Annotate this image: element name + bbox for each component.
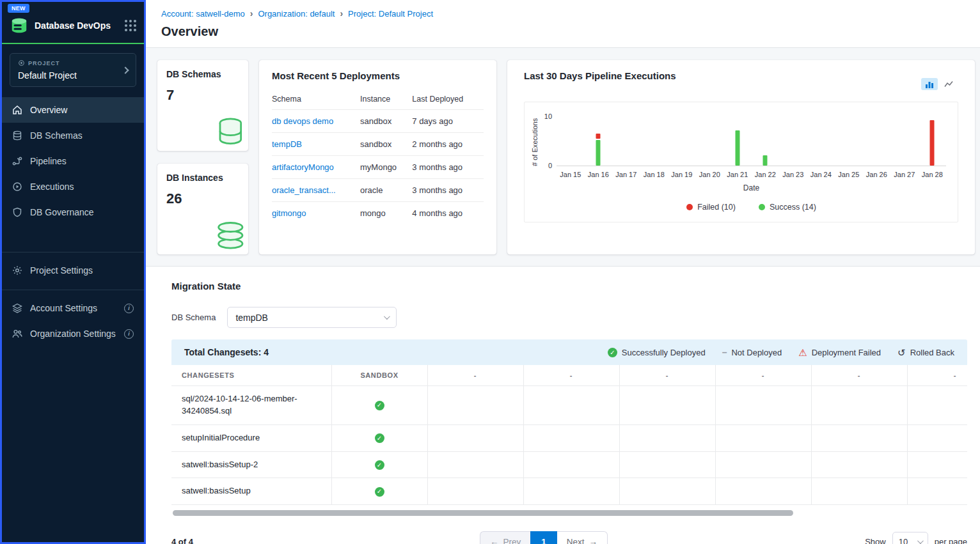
sidebar-item-label: Overview xyxy=(30,105,67,115)
sidebar-item-account-settings[interactable]: Account Settings i xyxy=(2,295,144,321)
show-label: Show xyxy=(865,537,886,544)
schema-link[interactable]: artifactoryMongo xyxy=(272,162,334,172)
prev-page-button[interactable]: ← Prev xyxy=(480,531,530,544)
migration-state-section: Migration State DB Schema tempDB Total C… xyxy=(146,266,980,544)
arrow-right-icon: → xyxy=(589,537,598,544)
column-header: - xyxy=(907,365,967,386)
project-scope-icon xyxy=(18,59,25,66)
sidebar-item-db-governance[interactable]: DB Governance xyxy=(2,199,144,225)
db-schema-select[interactable]: tempDB xyxy=(227,307,397,328)
x-axis-title: Date xyxy=(557,183,946,192)
db-instances-count: 26 xyxy=(166,190,239,207)
instance-cell: sandbox xyxy=(360,133,412,156)
column-header: Last Deployed xyxy=(412,89,484,110)
page-header: Account: satwell-demo › Organization: de… xyxy=(146,0,980,48)
success-bar xyxy=(763,155,768,166)
section-title: Migration State xyxy=(171,281,967,291)
sidebar-item-label: Executions xyxy=(30,182,74,192)
y-axis-title: # of Executions xyxy=(531,115,539,166)
changeset-row[interactable]: setupInitialProcedure ✓ xyxy=(171,424,967,451)
changeset-row[interactable]: sql/2024-10-14-12-06-member-34240854.sql… xyxy=(171,386,967,425)
sidebar-item-organization-settings[interactable]: Organization Settings i xyxy=(2,321,144,346)
page-1-button[interactable]: 1 xyxy=(530,531,557,544)
card-title: Most Recent 5 Deployments xyxy=(272,70,484,81)
chevron-down-icon xyxy=(384,313,390,320)
sidebar-item-project-settings[interactable]: Project Settings xyxy=(2,258,144,283)
breadcrumb-account-link[interactable]: Account: satwell-demo xyxy=(161,9,245,19)
legend-deployment-failed: ⚠ Deployment Failed xyxy=(798,348,881,357)
x-axis-tick-label: Jan 22 xyxy=(752,171,780,178)
recent-deployments-table: Schema Instance Last Deployed db devops … xyxy=(272,89,484,224)
schema-link[interactable]: tempDB xyxy=(272,139,302,149)
x-axis-tick-label: Jan 19 xyxy=(668,171,696,178)
x-axis-tick-label: Jan 27 xyxy=(890,171,919,178)
layers-icon xyxy=(12,303,22,313)
legend-label: Failed (10) xyxy=(697,203,736,212)
chart-bar-group xyxy=(763,155,768,166)
database-icon xyxy=(12,130,22,141)
changeset-row[interactable]: satwell:basisSetup-2 ✓ xyxy=(171,451,967,478)
changeset-row[interactable]: satwell:basisSetup ✓ xyxy=(171,478,967,505)
sidebar-item-pipelines[interactable]: Pipelines xyxy=(2,148,144,174)
sidebar-item-db-schemas[interactable]: DB Schemas xyxy=(2,123,144,148)
breadcrumb-project-link[interactable]: Project: Default Project xyxy=(348,9,433,19)
column-header-changesets: CHANGESETS xyxy=(171,365,331,386)
schema-link[interactable]: oracle_transact... xyxy=(272,185,336,195)
project-label: PROJECT xyxy=(28,60,60,66)
last-deployed-cell: 2 months ago xyxy=(412,133,484,156)
card-title: Last 30 Days Pipeline Executions xyxy=(524,70,958,81)
module-grid-icon[interactable] xyxy=(125,20,136,31)
project-selector[interactable]: PROJECT Default Project xyxy=(10,53,136,87)
sidebar-nav: Overview DB Schemas Pipelines Executions… xyxy=(2,97,144,225)
info-icon[interactable]: i xyxy=(124,329,134,339)
breadcrumb-separator-icon: › xyxy=(250,8,253,19)
column-header: Schema xyxy=(272,89,360,110)
sidebar-divider xyxy=(2,252,144,253)
users-icon xyxy=(12,329,22,339)
column-header: - xyxy=(811,365,907,386)
sidebar-item-label: DB Governance xyxy=(30,207,94,217)
failed-dot-icon xyxy=(686,204,693,210)
failed-warning-icon: ⚠ xyxy=(798,348,807,357)
scrollbar-thumb[interactable] xyxy=(173,510,793,516)
x-axis-tick-label: Jan 23 xyxy=(779,171,807,178)
changeset-name: satwell:basisSetup xyxy=(171,478,331,505)
column-header: - xyxy=(427,365,523,386)
next-page-button[interactable]: Next → xyxy=(557,531,608,544)
x-axis-tick-label: Jan 16 xyxy=(585,171,613,178)
success-check-icon: ✓ xyxy=(375,460,384,470)
legend-label: Rolled Back xyxy=(910,348,954,357)
schema-link[interactable]: gitmongo xyxy=(272,208,306,218)
legend-item-success[interactable]: Success (14) xyxy=(759,203,816,212)
legend-rolled-back: ↺ Rolled Back xyxy=(897,348,954,357)
chart-type-toggle xyxy=(921,78,957,90)
breadcrumb-separator-icon: › xyxy=(340,8,343,19)
rolled-back-icon: ↺ xyxy=(897,348,906,357)
sidebar-item-executions[interactable]: Executions xyxy=(2,174,144,199)
stat-card-title: DB Schemas xyxy=(166,69,239,79)
db-instances-card[interactable]: DB Instances 26 xyxy=(157,164,248,254)
sidebar-item-label: DB Schemas xyxy=(30,130,83,141)
info-icon[interactable]: i xyxy=(124,304,134,313)
not-deployed-dash-icon: – xyxy=(722,347,727,357)
chart-plot-area xyxy=(557,115,946,166)
bar-chart-icon[interactable] xyxy=(921,78,938,90)
legend-item-failed[interactable]: Failed (10) xyxy=(686,203,736,212)
next-label: Next xyxy=(567,537,585,544)
line-chart-icon[interactable] xyxy=(940,78,957,90)
pagination: 4 of 4 ← Prev 1 Next → Show 10 per page xyxy=(171,531,967,544)
database-devops-logo-icon xyxy=(10,16,29,35)
success-check-icon: ✓ xyxy=(375,433,384,443)
per-page-value: 10 xyxy=(899,537,908,544)
x-axis-ticks: Jan 15Jan 16Jan 17Jan 18Jan 19Jan 20Jan … xyxy=(557,171,946,178)
schema-link[interactable]: db devops demo xyxy=(272,116,333,126)
x-axis-tick-label: Jan 26 xyxy=(863,171,891,178)
x-axis-tick-label: Jan 20 xyxy=(696,171,724,178)
failed-bar xyxy=(596,134,601,139)
breadcrumb-organization-link[interactable]: Organization: default xyxy=(258,9,335,19)
instance-cell: sandbox xyxy=(360,110,412,133)
db-schemas-card[interactable]: DB Schemas 7 xyxy=(157,60,248,151)
sidebar-item-overview[interactable]: Overview xyxy=(2,97,144,123)
horizontal-scrollbar xyxy=(171,510,967,516)
per-page-select[interactable]: 10 xyxy=(892,532,928,544)
